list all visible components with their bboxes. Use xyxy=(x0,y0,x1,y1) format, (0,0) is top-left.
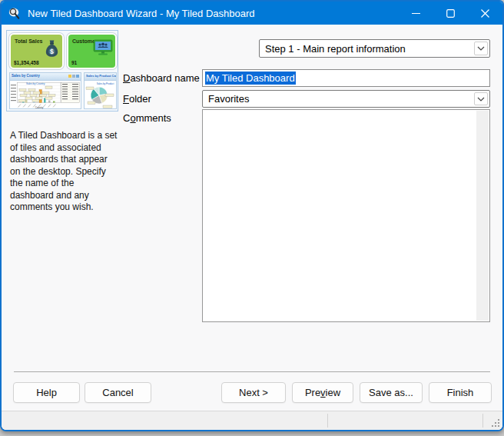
wizard-dialog-window: New Tiled Dashboard Wizard - My Tiled Da… xyxy=(0,0,504,431)
tile-value: 91 xyxy=(71,60,77,65)
window-controls xyxy=(399,2,502,25)
svg-text:$: $ xyxy=(50,48,54,55)
close-button[interactable] xyxy=(468,2,502,25)
preview-chart-sales-by-product-category: Sales by Product Category Sales by Produ… xyxy=(84,72,117,109)
comments-scrollbar[interactable] xyxy=(476,111,489,321)
folder-dropdown[interactable]: Favorites xyxy=(202,90,490,108)
minimize-icon xyxy=(412,9,420,18)
chart-header: Sales by Product Category xyxy=(85,73,116,81)
chevron-down-icon[interactable] xyxy=(474,92,488,105)
dashboard-name-input[interactable]: My Tiled Dashboard xyxy=(202,69,490,87)
comments-textarea[interactable] xyxy=(202,109,490,322)
preview-chart-sales-by-country: Sales by Country xyxy=(9,72,81,109)
close-icon xyxy=(481,9,489,18)
wizard-description-text: A Tiled Dashboard is a set of tiles and … xyxy=(10,130,118,214)
status-bar-separator xyxy=(327,414,328,428)
export-icon xyxy=(72,75,75,78)
chart-title: Sales by Country xyxy=(12,74,40,78)
monitor-users-icon xyxy=(93,39,113,56)
button-area-separator xyxy=(14,371,490,372)
maximize-button[interactable] xyxy=(433,2,468,25)
chart-title: Sales by Product Category xyxy=(86,74,116,78)
chart-header: Sales by Country xyxy=(10,73,81,81)
svg-text:Country: Country xyxy=(35,106,44,109)
screen: New Tiled Dashboard Wizard - My Tiled Da… xyxy=(0,0,504,436)
cancel-button[interactable]: Cancel xyxy=(85,382,151,403)
comments-label: Comments xyxy=(123,112,171,124)
folder-icon xyxy=(68,75,71,78)
dashboard-name-selected-text: My Tiled Dashboard xyxy=(205,72,296,85)
dialog-client-area: Total Sales $ $1,354,458 Customers xyxy=(2,25,502,430)
mini-pie-chart: Sales by Product xyxy=(85,81,116,109)
folder-value: Favorites xyxy=(208,91,249,107)
chart-toolbar-icons xyxy=(68,75,79,78)
help-button[interactable]: Help xyxy=(13,382,80,403)
maximize-icon xyxy=(446,9,455,18)
tile-value: $1,354,458 xyxy=(14,60,39,65)
step-selector-value: Step 1 - Main report information xyxy=(265,40,406,57)
tile-label: Total Sales xyxy=(15,38,42,44)
magnifier-icon xyxy=(8,7,21,20)
svg-text:Sales by Product: Sales by Product xyxy=(97,82,114,85)
status-bar xyxy=(2,411,502,430)
dashboard-preview-thumbnail: Total Sales $ $1,354,458 Customers xyxy=(6,30,118,111)
minimize-button[interactable] xyxy=(399,2,433,25)
resize-grip[interactable] xyxy=(491,418,500,428)
svg-text:Sales by Country: Sales by Country xyxy=(26,82,45,85)
preview-tile-total-sales: Total Sales $ $1,354,458 xyxy=(9,33,64,69)
refresh-icon xyxy=(76,75,79,78)
save-as-button[interactable]: Save as... xyxy=(360,382,423,403)
money-bag-icon: $ xyxy=(44,39,60,58)
status-bar-separator xyxy=(482,414,483,428)
dashboard-name-label: Dashboard name xyxy=(123,72,200,84)
preview-button[interactable]: Preview xyxy=(292,382,353,403)
window-title: New Tiled Dashboard Wizard - My Tiled Da… xyxy=(28,8,255,19)
next-button[interactable]: Next > xyxy=(221,382,286,403)
folder-label: Folder xyxy=(123,93,151,105)
preview-tile-customers: Customers 91 xyxy=(67,33,117,69)
step-selector-dropdown[interactable]: Step 1 - Main report information xyxy=(259,39,490,58)
title-bar[interactable]: New Tiled Dashboard Wizard - My Tiled Da… xyxy=(2,2,502,25)
mini-bar-chart: Sales by Country xyxy=(10,81,81,109)
chevron-down-icon[interactable] xyxy=(474,42,488,55)
finish-button[interactable]: Finish xyxy=(429,382,492,403)
